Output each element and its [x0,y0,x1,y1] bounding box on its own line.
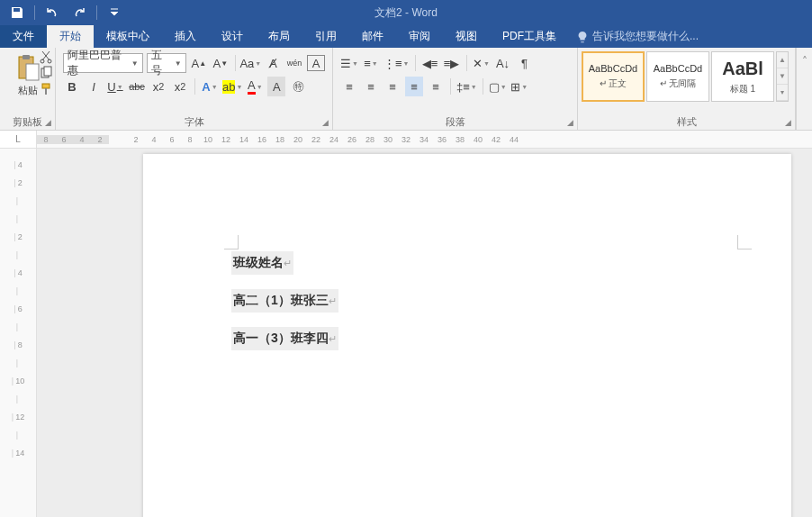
strikethrough-button[interactable]: abc [128,77,146,96]
group-clipboard: 粘贴 剪贴板◢ [0,48,56,130]
svg-rect-2 [26,64,39,80]
styles-scroll[interactable]: ▲▼▾ [776,51,789,102]
text-direction-button[interactable]: ✕▼ [473,53,491,73]
font-name-combo[interactable]: 阿里巴巴普惠▼ [63,53,143,73]
paragraph-dialog-launcher[interactable]: ◢ [564,118,575,129]
group-label-styles: 样式◢ [578,115,795,130]
italic-button[interactable]: I [85,77,103,96]
copy-button[interactable] [39,66,53,80]
document-content[interactable]: 班级姓名↵高二（1）班张三↵高一（3）班李四↵ [231,251,338,365]
work-area: 422468101214 班级姓名↵高二（1）班张三↵高一（3）班李四↵ [0,149,812,517]
ribbon-tabs: 文件 开始 模板中心 插入 设计 布局 引用 邮件 审阅 视图 PDF工具集 告… [0,25,812,48]
redo-button[interactable] [68,2,91,23]
show-marks-button[interactable]: ¶ [516,53,534,73]
document-title: 文档2 - Word [374,5,438,21]
save-button[interactable] [5,2,29,23]
shading-button[interactable]: ▢▼ [489,77,507,96]
tell-me-search[interactable]: 告诉我您想要做什么... [569,25,699,48]
style-card[interactable]: AaBbCcDd↵ 无间隔 [646,51,709,102]
horizontal-ruler[interactable]: 8642246810121416182022242628303234363840… [37,131,812,148]
highlight-button[interactable]: ab▼ [222,77,242,96]
bullets-button[interactable]: ☰▼ [340,53,358,73]
align-right-button[interactable]: ≡ [383,77,401,96]
quick-access-toolbar [0,2,126,23]
collapse-ribbon-button[interactable]: ˄ [796,48,812,130]
text-effects-button[interactable]: A▼ [201,77,219,96]
shrink-font-button[interactable]: A▼ [212,53,230,73]
group-label-clipboard: 剪贴板◢ [0,115,55,130]
tab-view[interactable]: 视图 [443,25,490,48]
enclose-characters-button[interactable]: ㊕ [289,77,307,96]
align-left-button[interactable]: ≡ [340,77,358,96]
underline-button[interactable]: U▼ [106,77,124,96]
undo-button[interactable] [41,2,64,23]
clipboard-dialog-launcher[interactable]: ◢ [42,118,53,129]
sort-button[interactable]: A↓ [494,53,512,73]
distributed-button[interactable]: ≡ [427,77,445,96]
multilevel-list-button[interactable]: ⋮≡▼ [383,53,410,73]
tab-design[interactable]: 设计 [209,25,256,48]
justify-button[interactable]: ≡ [405,77,423,96]
paste-button[interactable]: 粘贴 [18,84,38,97]
cut-button[interactable] [39,50,53,64]
tab-review[interactable]: 审阅 [396,25,443,48]
font-color-button[interactable]: A▼ [246,77,264,96]
svg-rect-1 [23,55,30,59]
tab-selector[interactable]: L [0,131,37,148]
styles-dialog-launcher[interactable]: ◢ [782,118,793,129]
bold-button[interactable]: B [63,77,81,96]
style-card[interactable]: AaBl标题 1 [711,51,774,102]
format-painter-button[interactable] [39,82,53,96]
margin-mark-top-right [737,235,752,249]
title-bar: 文档2 - Word [0,0,812,25]
clear-formatting-button[interactable]: A̸ [264,53,282,73]
grow-font-button[interactable]: A▲ [190,53,208,73]
style-card[interactable]: AaBbCcDd↵ 正文 [582,51,645,102]
text-run[interactable]: 班级姓名↵ [231,251,293,275]
ruler-row: L 86422468101214161820222426283032343638… [0,131,812,149]
superscript-button[interactable]: x2 [171,77,189,96]
borders-button[interactable]: ⊞▼ [510,77,528,96]
tab-layout[interactable]: 布局 [256,25,302,48]
group-label-paragraph: 段落◢ [333,115,577,130]
svg-rect-6 [44,67,51,76]
line-spacing-button[interactable]: ‡≡▼ [456,77,477,96]
group-styles: AaBbCcDd↵ 正文AaBbCcDd↵ 无间隔AaBl标题 1▲▼▾ 样式◢ [578,48,796,130]
group-font: 阿里巴巴普惠▼ 五号▼ A▲ A▼ Aa▼ A̸ wén A B I U▼ ab… [56,48,333,130]
change-case-button[interactable]: Aa▼ [241,53,260,73]
group-label-font: 字体◢ [56,115,332,130]
group-paragraph: ☰▼ ≡▼ ⋮≡▼ ◀≡ ≡▶ ✕▼ A↓ ¶ ≡ ≡ ≡ ≡ ≡ ‡≡▼ [333,48,578,130]
document-viewport[interactable]: 班级姓名↵高二（1）班张三↵高一（3）班李四↵ [37,149,812,517]
tab-mail[interactable]: 邮件 [349,25,396,48]
vertical-ruler[interactable]: 422468101214 [0,149,37,517]
character-border-button[interactable]: A [307,55,325,71]
numbering-button[interactable]: ≡▼ [362,53,380,73]
tab-references[interactable]: 引用 [302,25,349,48]
increase-indent-button[interactable]: ≡▶ [443,53,461,73]
subscript-button[interactable]: x2 [149,77,167,96]
lightbulb-icon [576,31,589,43]
tab-pdf[interactable]: PDF工具集 [490,25,569,48]
text-run[interactable]: 高二（1）班张三↵ [231,289,338,313]
decrease-indent-button[interactable]: ◀≡ [421,53,439,73]
tab-file[interactable]: 文件 [0,25,47,48]
tab-insert[interactable]: 插入 [162,25,209,48]
phonetic-guide-button[interactable]: wén [285,53,303,73]
font-dialog-launcher[interactable]: ◢ [320,118,330,129]
character-shading-button[interactable]: A [267,77,285,96]
font-size-combo[interactable]: 五号▼ [147,53,186,73]
align-center-button[interactable]: ≡ [362,77,380,96]
tab-template[interactable]: 模板中心 [94,25,162,48]
paste-icon [14,53,42,82]
text-run[interactable]: 高一（3）班李四↵ [231,327,338,350]
ribbon: 粘贴 剪贴板◢ 阿里巴巴普惠▼ 五号▼ A▲ A▼ Aa▼ A̸ wén A [0,48,812,131]
qat-customize-button[interactable] [103,2,126,23]
page: 班级姓名↵高二（1）班张三↵高一（3）班李四↵ [143,154,791,517]
svg-rect-7 [42,84,50,88]
margin-mark-top-left [224,235,239,249]
tab-home[interactable]: 开始 [47,25,94,48]
